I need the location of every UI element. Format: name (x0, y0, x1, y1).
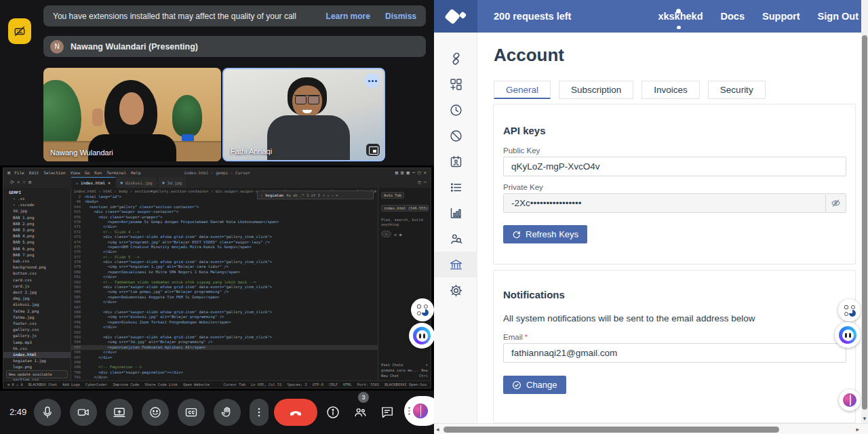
statusbar-item[interactable]: Open Website (183, 382, 210, 387)
people-button[interactable] (347, 399, 374, 426)
file-item[interactable]: › .vs (3, 196, 71, 202)
extension-button[interactable] (8, 18, 31, 44)
file-item[interactable]: BAB 6.png (3, 246, 71, 252)
menu-item[interactable]: Run (94, 170, 102, 175)
tab-general[interactable]: General (494, 81, 551, 99)
menu-item[interactable]: Edit (29, 170, 39, 175)
file-item[interactable]: fatma 2.png (3, 309, 71, 315)
private-key-input[interactable] (503, 193, 826, 213)
file-item[interactable]: dest 2.jpg (3, 290, 71, 296)
chat-button[interactable] (374, 399, 401, 426)
file-item[interactable]: dmg.jpg (3, 296, 71, 302)
vertical-scrollbar-thumb[interactable] (862, 35, 867, 410)
statusbar-item[interactable]: Share Code Link (144, 382, 178, 387)
send-icon[interactable]: ✉ (394, 232, 397, 237)
sidebar-item-statistics[interactable] (434, 200, 477, 226)
file-item[interactable]: button.css (3, 271, 71, 277)
statusbar-item[interactable]: UTF-8 (313, 382, 323, 387)
file-item[interactable]: gallery.css (3, 327, 71, 333)
tab-invoices[interactable]: Invoices (642, 81, 700, 99)
file-item[interactable]: BAB 7.png (3, 252, 71, 258)
camera-button[interactable] (70, 399, 97, 426)
find-options-icons[interactable]: Aa ab .* (286, 193, 304, 197)
refresh-keys-button[interactable]: Refresh Keys (503, 225, 587, 243)
tile-options-button[interactable] (365, 73, 380, 88)
statusbar-item[interactable]: Add Logs (62, 382, 80, 387)
new-chat[interactable]: New Chat (381, 373, 399, 378)
past-chats-label[interactable]: Past Chats (381, 362, 403, 368)
file-item[interactable]: index.html (3, 352, 71, 358)
change-email-button[interactable]: Change (503, 376, 566, 394)
file-item[interactable]: footer.css (3, 321, 71, 327)
dismiss-link[interactable]: Dismiss (385, 12, 416, 21)
editor-layout-icons[interactable]: ◫ ⋯ (418, 180, 431, 185)
tab-security[interactable]: Security (708, 81, 766, 99)
public-key-input[interactable] (503, 157, 846, 176)
menu-item[interactable]: View (71, 170, 80, 175)
extension-overlay-button[interactable] (411, 298, 434, 321)
brain-overlay-button[interactable] (839, 389, 861, 411)
sidebar-item-contacts[interactable] (434, 149, 477, 174)
file-item[interactable]: lamp.mp3 (3, 340, 71, 346)
menu-item[interactable]: Help (131, 170, 140, 175)
ai-mode-pill[interactable]: ⋯ (381, 231, 391, 237)
file-item[interactable]: card.js (3, 283, 71, 290)
statusbar-item[interactable]: ⊗ 0 ⚠ 0 (7, 382, 23, 387)
tab-diskusi-jpg[interactable]: ▦ diskusi.jpg (116, 177, 158, 188)
captions-button[interactable] (178, 399, 205, 426)
context-chip[interactable]: index.html (546-555) (381, 205, 429, 212)
scroll-down-arrow[interactable]: ▼ (862, 416, 867, 422)
auto-tab-chip[interactable]: Auto Tab (381, 192, 404, 199)
nav-docs[interactable]: Docs (721, 11, 745, 22)
statusbar-item[interactable]: Spaces: 2 (287, 382, 307, 387)
explorer-root[interactable]: GEMPI (3, 189, 71, 196)
end-call-button[interactable] (274, 399, 317, 426)
sidebar-item-connections[interactable] (434, 45, 477, 71)
horizontal-scrollbar-thumb[interactable] (443, 427, 779, 433)
tab-subscription[interactable]: Subscription (559, 81, 633, 99)
header-username[interactable]: xkskhekd (658, 11, 703, 22)
statusbar-item[interactable]: Ln 695, Col 51 (251, 382, 281, 387)
sidebar-item-apps[interactable] (434, 71, 477, 97)
chevron-icon[interactable]: › (260, 193, 262, 197)
scroll-left-arrow[interactable]: ◂ (436, 426, 439, 433)
explorer-toolbar-icons[interactable]: ⟳ ⌕ ⑂ ⊞ (3, 180, 71, 185)
toggle-private-key-visibility[interactable] (826, 193, 846, 213)
sidebar-item-account[interactable] (434, 252, 477, 277)
statusbar-item[interactable]: Improve Code (113, 382, 139, 387)
more-options-button[interactable] (250, 399, 269, 426)
find-query[interactable]: kegiatan (265, 193, 283, 197)
statusbar-item[interactable]: HTML (343, 382, 352, 387)
sidebar-item-lists[interactable] (434, 174, 477, 200)
statusbar-item[interactable]: BLACKBOXAI Open-Sou (384, 382, 427, 387)
file-item[interactable]: BAB 3.png (3, 227, 71, 233)
learn-more-link[interactable]: Learn more (326, 12, 370, 21)
ai-assistant-overlay-button[interactable] (835, 322, 861, 348)
file-item[interactable]: gallery.js (3, 333, 71, 339)
file-item[interactable]: › .vscode (3, 202, 71, 208)
mic-button[interactable] (34, 399, 61, 426)
file-item[interactable]: BAB 1.png (3, 215, 71, 221)
statusbar-item[interactable]: BLACKBOX Chat (28, 382, 57, 387)
app-logo[interactable] (434, 0, 477, 33)
file-item[interactable]: diskusi.jpg (3, 302, 71, 308)
menu-item[interactable]: Terminal (106, 170, 126, 175)
file-item[interactable]: kegiatan 1.jpg (3, 358, 71, 364)
statusbar-item[interactable]: Port: 5501 (357, 382, 379, 387)
scroll-right-arrow[interactable]: ▸ (856, 426, 859, 433)
menu-item[interactable]: File (14, 170, 24, 175)
statusbar-item[interactable]: CyberCoder (85, 382, 107, 387)
email-input[interactable] (503, 343, 846, 363)
tab-index-html[interactable]: ◇ index.html × (71, 177, 116, 188)
record-icon[interactable]: ◉ (399, 232, 402, 237)
menu-item[interactable]: Selection (43, 170, 66, 175)
file-item[interactable]: hk.css (3, 346, 71, 352)
vscode-window-controls[interactable]: ▤ ▥ ▦ ─ ▢ ✕ (395, 170, 427, 176)
video-tile-fathi[interactable]: Fathi Annaqi (222, 68, 385, 161)
ai-assistant-overlay-button[interactable] (409, 323, 434, 349)
file-item[interactable]: background.png (3, 264, 71, 271)
ai-extension-pill[interactable] (404, 396, 434, 426)
file-item[interactable]: bab.css (3, 258, 71, 264)
tab-3d-jpg[interactable]: ▦ 3d.jpg (158, 177, 188, 188)
video-tile-nawang[interactable]: Nawang Wulandari (43, 68, 221, 161)
